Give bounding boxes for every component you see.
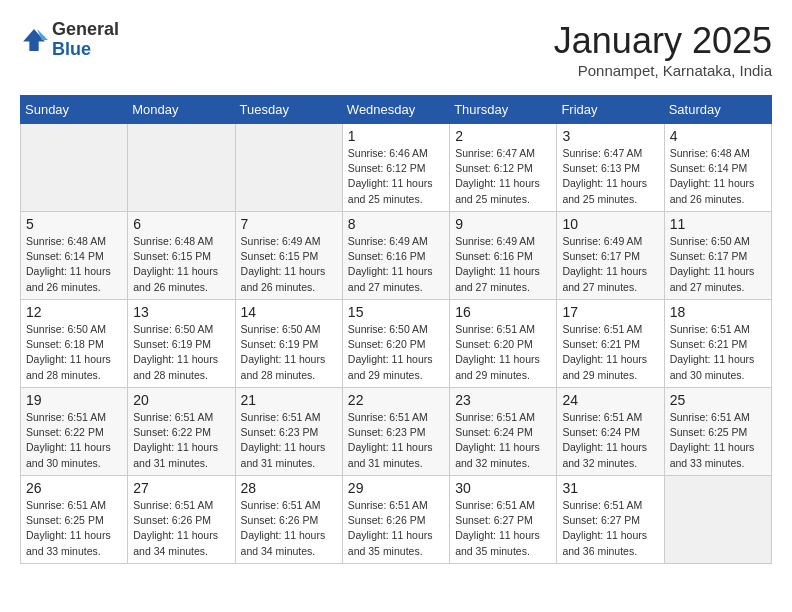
day-number: 25 — [670, 392, 766, 408]
day-number: 9 — [455, 216, 551, 232]
day-info: Sunrise: 6:51 AMSunset: 6:22 PMDaylight:… — [26, 410, 122, 471]
calendar-cell: 7Sunrise: 6:49 AMSunset: 6:15 PMDaylight… — [235, 212, 342, 300]
day-info: Sunrise: 6:51 AMSunset: 6:27 PMDaylight:… — [455, 498, 551, 559]
calendar-cell: 4Sunrise: 6:48 AMSunset: 6:14 PMDaylight… — [664, 124, 771, 212]
day-info: Sunrise: 6:51 AMSunset: 6:20 PMDaylight:… — [455, 322, 551, 383]
weekday-header-thursday: Thursday — [450, 96, 557, 124]
calendar-cell: 11Sunrise: 6:50 AMSunset: 6:17 PMDayligh… — [664, 212, 771, 300]
day-number: 28 — [241, 480, 337, 496]
logo-general-text: General — [52, 20, 119, 40]
day-info: Sunrise: 6:48 AMSunset: 6:14 PMDaylight:… — [26, 234, 122, 295]
day-info: Sunrise: 6:49 AMSunset: 6:17 PMDaylight:… — [562, 234, 658, 295]
weekday-header-monday: Monday — [128, 96, 235, 124]
day-number: 6 — [133, 216, 229, 232]
day-number: 5 — [26, 216, 122, 232]
weekday-header-saturday: Saturday — [664, 96, 771, 124]
calendar-cell — [664, 476, 771, 564]
calendar-cell: 31Sunrise: 6:51 AMSunset: 6:27 PMDayligh… — [557, 476, 664, 564]
day-number: 23 — [455, 392, 551, 408]
calendar-cell: 1Sunrise: 6:46 AMSunset: 6:12 PMDaylight… — [342, 124, 449, 212]
day-info: Sunrise: 6:51 AMSunset: 6:27 PMDaylight:… — [562, 498, 658, 559]
day-info: Sunrise: 6:51 AMSunset: 6:26 PMDaylight:… — [348, 498, 444, 559]
day-info: Sunrise: 6:46 AMSunset: 6:12 PMDaylight:… — [348, 146, 444, 207]
calendar-cell: 23Sunrise: 6:51 AMSunset: 6:24 PMDayligh… — [450, 388, 557, 476]
calendar-cell: 21Sunrise: 6:51 AMSunset: 6:23 PMDayligh… — [235, 388, 342, 476]
weekday-header-sunday: Sunday — [21, 96, 128, 124]
day-info: Sunrise: 6:47 AMSunset: 6:13 PMDaylight:… — [562, 146, 658, 207]
day-number: 20 — [133, 392, 229, 408]
day-info: Sunrise: 6:48 AMSunset: 6:15 PMDaylight:… — [133, 234, 229, 295]
calendar-cell: 16Sunrise: 6:51 AMSunset: 6:20 PMDayligh… — [450, 300, 557, 388]
day-info: Sunrise: 6:50 AMSunset: 6:20 PMDaylight:… — [348, 322, 444, 383]
day-info: Sunrise: 6:51 AMSunset: 6:24 PMDaylight:… — [455, 410, 551, 471]
calendar-cell: 14Sunrise: 6:50 AMSunset: 6:19 PMDayligh… — [235, 300, 342, 388]
calendar-cell: 3Sunrise: 6:47 AMSunset: 6:13 PMDaylight… — [557, 124, 664, 212]
calendar-week-3: 12Sunrise: 6:50 AMSunset: 6:18 PMDayligh… — [21, 300, 772, 388]
day-info: Sunrise: 6:51 AMSunset: 6:25 PMDaylight:… — [670, 410, 766, 471]
day-info: Sunrise: 6:50 AMSunset: 6:19 PMDaylight:… — [241, 322, 337, 383]
day-number: 21 — [241, 392, 337, 408]
day-number: 27 — [133, 480, 229, 496]
weekday-header-tuesday: Tuesday — [235, 96, 342, 124]
calendar-cell: 17Sunrise: 6:51 AMSunset: 6:21 PMDayligh… — [557, 300, 664, 388]
day-number: 2 — [455, 128, 551, 144]
calendar-cell: 10Sunrise: 6:49 AMSunset: 6:17 PMDayligh… — [557, 212, 664, 300]
day-number: 7 — [241, 216, 337, 232]
calendar-cell: 2Sunrise: 6:47 AMSunset: 6:12 PMDaylight… — [450, 124, 557, 212]
calendar-cell: 12Sunrise: 6:50 AMSunset: 6:18 PMDayligh… — [21, 300, 128, 388]
day-info: Sunrise: 6:51 AMSunset: 6:23 PMDaylight:… — [241, 410, 337, 471]
logo-blue-text: Blue — [52, 40, 119, 60]
calendar-table: SundayMondayTuesdayWednesdayThursdayFrid… — [20, 95, 772, 564]
day-number: 24 — [562, 392, 658, 408]
month-title: January 2025 — [554, 20, 772, 62]
day-number: 17 — [562, 304, 658, 320]
calendar-cell: 30Sunrise: 6:51 AMSunset: 6:27 PMDayligh… — [450, 476, 557, 564]
day-info: Sunrise: 6:51 AMSunset: 6:26 PMDaylight:… — [133, 498, 229, 559]
weekday-header-wednesday: Wednesday — [342, 96, 449, 124]
day-info: Sunrise: 6:51 AMSunset: 6:26 PMDaylight:… — [241, 498, 337, 559]
day-info: Sunrise: 6:50 AMSunset: 6:17 PMDaylight:… — [670, 234, 766, 295]
svg-marker-0 — [23, 29, 45, 51]
calendar-cell: 27Sunrise: 6:51 AMSunset: 6:26 PMDayligh… — [128, 476, 235, 564]
day-info: Sunrise: 6:50 AMSunset: 6:18 PMDaylight:… — [26, 322, 122, 383]
weekday-header-row: SundayMondayTuesdayWednesdayThursdayFrid… — [21, 96, 772, 124]
day-info: Sunrise: 6:48 AMSunset: 6:14 PMDaylight:… — [670, 146, 766, 207]
logo: General Blue — [20, 20, 119, 60]
calendar-week-2: 5Sunrise: 6:48 AMSunset: 6:14 PMDaylight… — [21, 212, 772, 300]
weekday-header-friday: Friday — [557, 96, 664, 124]
day-info: Sunrise: 6:49 AMSunset: 6:16 PMDaylight:… — [348, 234, 444, 295]
day-info: Sunrise: 6:51 AMSunset: 6:22 PMDaylight:… — [133, 410, 229, 471]
calendar-cell: 6Sunrise: 6:48 AMSunset: 6:15 PMDaylight… — [128, 212, 235, 300]
calendar-cell — [21, 124, 128, 212]
calendar-cell: 8Sunrise: 6:49 AMSunset: 6:16 PMDaylight… — [342, 212, 449, 300]
day-info: Sunrise: 6:51 AMSunset: 6:21 PMDaylight:… — [562, 322, 658, 383]
calendar-week-4: 19Sunrise: 6:51 AMSunset: 6:22 PMDayligh… — [21, 388, 772, 476]
calendar-cell: 5Sunrise: 6:48 AMSunset: 6:14 PMDaylight… — [21, 212, 128, 300]
day-info: Sunrise: 6:49 AMSunset: 6:15 PMDaylight:… — [241, 234, 337, 295]
day-info: Sunrise: 6:49 AMSunset: 6:16 PMDaylight:… — [455, 234, 551, 295]
calendar-cell — [128, 124, 235, 212]
day-info: Sunrise: 6:51 AMSunset: 6:23 PMDaylight:… — [348, 410, 444, 471]
day-number: 26 — [26, 480, 122, 496]
day-number: 22 — [348, 392, 444, 408]
calendar-cell: 20Sunrise: 6:51 AMSunset: 6:22 PMDayligh… — [128, 388, 235, 476]
title-block: January 2025 Ponnampet, Karnataka, India — [554, 20, 772, 79]
calendar-week-5: 26Sunrise: 6:51 AMSunset: 6:25 PMDayligh… — [21, 476, 772, 564]
day-number: 18 — [670, 304, 766, 320]
calendar-week-1: 1Sunrise: 6:46 AMSunset: 6:12 PMDaylight… — [21, 124, 772, 212]
day-info: Sunrise: 6:51 AMSunset: 6:21 PMDaylight:… — [670, 322, 766, 383]
day-number: 19 — [26, 392, 122, 408]
day-number: 16 — [455, 304, 551, 320]
day-number: 1 — [348, 128, 444, 144]
day-info: Sunrise: 6:47 AMSunset: 6:12 PMDaylight:… — [455, 146, 551, 207]
day-number: 30 — [455, 480, 551, 496]
day-info: Sunrise: 6:50 AMSunset: 6:19 PMDaylight:… — [133, 322, 229, 383]
calendar-cell: 26Sunrise: 6:51 AMSunset: 6:25 PMDayligh… — [21, 476, 128, 564]
header: General Blue January 2025 Ponnampet, Kar… — [20, 20, 772, 79]
day-number: 4 — [670, 128, 766, 144]
logo-icon — [20, 26, 48, 54]
day-number: 29 — [348, 480, 444, 496]
day-number: 8 — [348, 216, 444, 232]
calendar-cell — [235, 124, 342, 212]
day-number: 13 — [133, 304, 229, 320]
